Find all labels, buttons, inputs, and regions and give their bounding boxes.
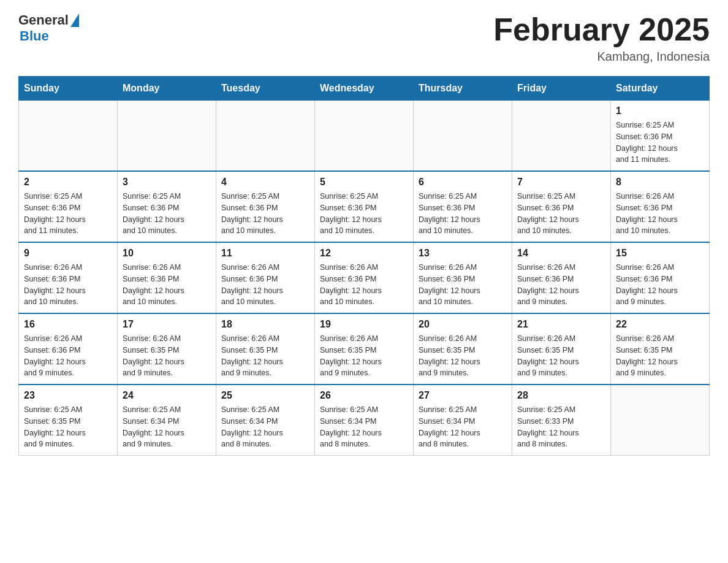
- day-of-week-header: Wednesday: [315, 77, 414, 101]
- calendar-cell: 16Sunrise: 6:26 AMSunset: 6:36 PMDayligh…: [19, 313, 118, 385]
- location: Kambang, Indonesia: [493, 50, 710, 64]
- day-number: 7: [517, 177, 605, 188]
- day-number: 16: [24, 319, 112, 330]
- day-number: 15: [616, 248, 704, 259]
- day-info: Sunrise: 6:26 AMSunset: 6:35 PMDaylight:…: [419, 333, 507, 379]
- day-info: Sunrise: 6:26 AMSunset: 6:36 PMDaylight:…: [320, 262, 408, 308]
- calendar-cell: 19Sunrise: 6:26 AMSunset: 6:35 PMDayligh…: [315, 313, 414, 385]
- day-number: 14: [517, 248, 605, 259]
- day-info: Sunrise: 6:26 AMSunset: 6:35 PMDaylight:…: [616, 333, 704, 379]
- logo: General Blue: [18, 12, 79, 44]
- day-info: Sunrise: 6:25 AMSunset: 6:36 PMDaylight:…: [221, 191, 309, 237]
- day-number: 19: [320, 319, 408, 330]
- calendar-cell: [118, 101, 216, 172]
- calendar-cell: 20Sunrise: 6:26 AMSunset: 6:35 PMDayligh…: [414, 313, 512, 385]
- day-info: Sunrise: 6:25 AMSunset: 6:34 PMDaylight:…: [221, 404, 309, 450]
- calendar-cell: [512, 101, 611, 172]
- calendar-cell: 11Sunrise: 6:26 AMSunset: 6:36 PMDayligh…: [216, 242, 315, 313]
- day-number: 25: [221, 390, 309, 401]
- calendar-cell: [414, 101, 512, 172]
- calendar-cell: 7Sunrise: 6:25 AMSunset: 6:36 PMDaylight…: [512, 171, 611, 242]
- day-of-week-header: Saturday: [611, 77, 710, 101]
- day-number: 1: [616, 105, 704, 117]
- day-of-week-header: Tuesday: [216, 77, 315, 101]
- day-info: Sunrise: 6:25 AMSunset: 6:36 PMDaylight:…: [616, 120, 704, 166]
- day-number: 18: [221, 319, 309, 330]
- calendar-week-row: 2Sunrise: 6:25 AMSunset: 6:36 PMDaylight…: [19, 171, 710, 242]
- day-number: 10: [123, 248, 211, 259]
- day-number: 27: [419, 390, 507, 401]
- day-info: Sunrise: 6:26 AMSunset: 6:36 PMDaylight:…: [517, 262, 605, 308]
- day-number: 23: [24, 390, 112, 401]
- day-of-week-header: Thursday: [414, 77, 512, 101]
- day-info: Sunrise: 6:26 AMSunset: 6:36 PMDaylight:…: [221, 262, 309, 308]
- day-number: 6: [419, 177, 507, 188]
- page-header: General Blue February 2025 Kambang, Indo…: [18, 12, 710, 64]
- day-number: 26: [320, 390, 408, 401]
- day-info: Sunrise: 6:26 AMSunset: 6:35 PMDaylight:…: [517, 333, 605, 379]
- day-info: Sunrise: 6:26 AMSunset: 6:36 PMDaylight:…: [24, 333, 112, 379]
- calendar-header-row: SundayMondayTuesdayWednesdayThursdayFrid…: [19, 77, 710, 101]
- day-number: 28: [517, 390, 605, 401]
- day-number: 9: [24, 248, 112, 259]
- calendar-cell: 3Sunrise: 6:25 AMSunset: 6:36 PMDaylight…: [118, 171, 216, 242]
- day-number: 12: [320, 248, 408, 259]
- calendar-cell: 4Sunrise: 6:25 AMSunset: 6:36 PMDaylight…: [216, 171, 315, 242]
- calendar-cell: 14Sunrise: 6:26 AMSunset: 6:36 PMDayligh…: [512, 242, 611, 313]
- day-number: 4: [221, 177, 309, 188]
- day-info: Sunrise: 6:25 AMSunset: 6:36 PMDaylight:…: [419, 191, 507, 237]
- day-number: 2: [24, 177, 112, 188]
- calendar-week-row: 1Sunrise: 6:25 AMSunset: 6:36 PMDaylight…: [19, 101, 710, 172]
- calendar-cell: 17Sunrise: 6:26 AMSunset: 6:35 PMDayligh…: [118, 313, 216, 385]
- day-info: Sunrise: 6:26 AMSunset: 6:36 PMDaylight:…: [123, 262, 211, 308]
- day-of-week-header: Monday: [118, 77, 216, 101]
- day-number: 8: [616, 177, 704, 188]
- day-info: Sunrise: 6:25 AMSunset: 6:34 PMDaylight:…: [419, 404, 507, 450]
- logo-blue-text: Blue: [20, 28, 49, 44]
- calendar-cell: 6Sunrise: 6:25 AMSunset: 6:36 PMDaylight…: [414, 171, 512, 242]
- day-info: Sunrise: 6:25 AMSunset: 6:36 PMDaylight:…: [123, 191, 211, 237]
- calendar-cell: 21Sunrise: 6:26 AMSunset: 6:35 PMDayligh…: [512, 313, 611, 385]
- day-number: 21: [517, 319, 605, 330]
- calendar-week-row: 9Sunrise: 6:26 AMSunset: 6:36 PMDaylight…: [19, 242, 710, 313]
- day-info: Sunrise: 6:26 AMSunset: 6:35 PMDaylight:…: [320, 333, 408, 379]
- calendar-table: SundayMondayTuesdayWednesdayThursdayFrid…: [18, 76, 710, 456]
- day-number: 13: [419, 248, 507, 259]
- day-number: 22: [616, 319, 704, 330]
- calendar-cell: [315, 101, 414, 172]
- day-number: 17: [123, 319, 211, 330]
- day-info: Sunrise: 6:26 AMSunset: 6:36 PMDaylight:…: [419, 262, 507, 308]
- day-info: Sunrise: 6:26 AMSunset: 6:36 PMDaylight:…: [24, 262, 112, 308]
- calendar-cell: 1Sunrise: 6:25 AMSunset: 6:36 PMDaylight…: [611, 101, 710, 172]
- day-info: Sunrise: 6:25 AMSunset: 6:36 PMDaylight:…: [320, 191, 408, 237]
- calendar-cell: 27Sunrise: 6:25 AMSunset: 6:34 PMDayligh…: [414, 385, 512, 456]
- day-info: Sunrise: 6:26 AMSunset: 6:36 PMDaylight:…: [616, 191, 704, 237]
- calendar-cell: 9Sunrise: 6:26 AMSunset: 6:36 PMDaylight…: [19, 242, 118, 313]
- calendar-cell: [216, 101, 315, 172]
- calendar-cell: 24Sunrise: 6:25 AMSunset: 6:34 PMDayligh…: [118, 385, 216, 456]
- month-title: February 2025: [493, 12, 710, 47]
- day-number: 11: [221, 248, 309, 259]
- day-of-week-header: Friday: [512, 77, 611, 101]
- calendar-cell: 8Sunrise: 6:26 AMSunset: 6:36 PMDaylight…: [611, 171, 710, 242]
- calendar-cell: [19, 101, 118, 172]
- calendar-cell: 26Sunrise: 6:25 AMSunset: 6:34 PMDayligh…: [315, 385, 414, 456]
- calendar-cell: 15Sunrise: 6:26 AMSunset: 6:36 PMDayligh…: [611, 242, 710, 313]
- calendar-cell: 5Sunrise: 6:25 AMSunset: 6:36 PMDaylight…: [315, 171, 414, 242]
- calendar-week-row: 16Sunrise: 6:26 AMSunset: 6:36 PMDayligh…: [19, 313, 710, 385]
- day-info: Sunrise: 6:25 AMSunset: 6:35 PMDaylight:…: [24, 404, 112, 450]
- calendar-cell: 23Sunrise: 6:25 AMSunset: 6:35 PMDayligh…: [19, 385, 118, 456]
- title-area: February 2025 Kambang, Indonesia: [493, 12, 710, 64]
- calendar-cell: 2Sunrise: 6:25 AMSunset: 6:36 PMDaylight…: [19, 171, 118, 242]
- calendar-cell: 10Sunrise: 6:26 AMSunset: 6:36 PMDayligh…: [118, 242, 216, 313]
- day-info: Sunrise: 6:25 AMSunset: 6:36 PMDaylight:…: [24, 191, 112, 237]
- day-info: Sunrise: 6:26 AMSunset: 6:35 PMDaylight:…: [123, 333, 211, 379]
- day-number: 20: [419, 319, 507, 330]
- calendar-cell: 13Sunrise: 6:26 AMSunset: 6:36 PMDayligh…: [414, 242, 512, 313]
- calendar-week-row: 23Sunrise: 6:25 AMSunset: 6:35 PMDayligh…: [19, 385, 710, 456]
- calendar-cell: 22Sunrise: 6:26 AMSunset: 6:35 PMDayligh…: [611, 313, 710, 385]
- calendar-cell: 18Sunrise: 6:26 AMSunset: 6:35 PMDayligh…: [216, 313, 315, 385]
- day-info: Sunrise: 6:25 AMSunset: 6:34 PMDaylight:…: [123, 404, 211, 450]
- day-number: 24: [123, 390, 211, 401]
- day-info: Sunrise: 6:25 AMSunset: 6:33 PMDaylight:…: [517, 404, 605, 450]
